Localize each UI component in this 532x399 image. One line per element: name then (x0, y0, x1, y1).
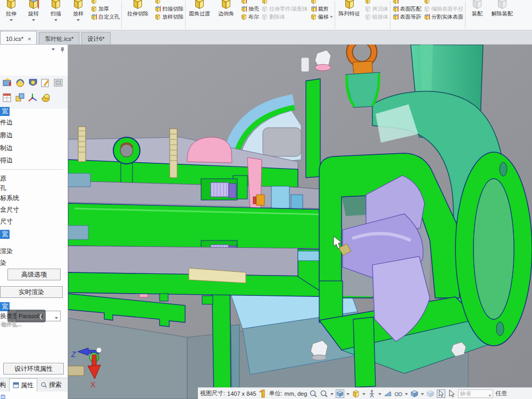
pin-icon[interactable] (59, 47, 65, 53)
tree-item[interactable]: 渲染 (0, 247, 13, 256)
chevron-down-icon[interactable] (378, 393, 381, 395)
loft-cut-button[interactable]: 放样切除 (154, 13, 184, 21)
offset-button[interactable]: 偏移 (310, 13, 333, 21)
walkthrough-icon[interactable] (368, 389, 376, 398)
revolve-button[interactable]: 旋转 (23, 0, 44, 30)
shell-button[interactable]: 抽壳 (240, 5, 259, 13)
chevron-down-icon (330, 16, 333, 18)
loft-button[interactable]: 放样 (68, 0, 89, 30)
suction-flange[interactable] (455, 152, 532, 346)
thicken-button[interactable]: 加厚 (90, 5, 120, 13)
tool-icon-1[interactable] (2, 78, 13, 88)
zoom-in-icon[interactable] (309, 389, 318, 398)
tree-item[interactable]: 标系统 (0, 194, 19, 203)
unit-value: mm, deg (285, 390, 307, 397)
tree-item[interactable]: 件边 (0, 118, 13, 127)
chevron-down-icon[interactable] (405, 393, 408, 395)
stereo-glasses-icon[interactable] (394, 389, 403, 398)
chevron-down-icon (54, 19, 57, 21)
properties-tab[interactable]: 属性 (9, 378, 37, 392)
clipped-tab[interactable]: 构 (0, 378, 9, 392)
filter-preset-select[interactable]: 缺省 (458, 389, 493, 398)
split-surface-button[interactable]: 分割实体表面 (423, 13, 463, 21)
chevron-down-icon[interactable] (330, 393, 334, 395)
extrude-part-button[interactable]: 拉伸零件/装配体 (261, 5, 308, 13)
watermark-link[interactable]: m (1, 393, 5, 399)
edit-surface-radius-button[interactable]: 编辑表面半径 (423, 5, 463, 13)
tool-icon-4[interactable] (40, 78, 51, 88)
link-body-button[interactable]: 链接体 (364, 13, 388, 21)
tool-icon-5[interactable] (53, 78, 64, 88)
ruler-icon[interactable] (259, 389, 267, 398)
boolean-button[interactable]: 布尔 (240, 13, 259, 21)
realtime-render-button[interactable]: 实时渲染 (0, 286, 63, 298)
clipped-tool-row[interactable] (364, 0, 388, 5)
select-cursor-icon[interactable] (437, 389, 445, 398)
chevron-down-icon[interactable] (346, 393, 350, 395)
ribbon-group-pattern: 阵列特征 拷贝体 链接体 (336, 0, 389, 30)
tool-icon-6[interactable] (2, 93, 13, 103)
advanced-options-button[interactable]: 高级选项 (7, 269, 61, 280)
chevron-down-icon (10, 19, 13, 21)
loft-cut-icon (154, 13, 161, 20)
view-orientation-icon[interactable] (336, 389, 344, 398)
copy-body-button[interactable]: 拷贝体 (364, 5, 388, 13)
fillet-button[interactable]: 圆角过渡 (187, 0, 212, 30)
search-tab[interactable]: 搜索 (37, 378, 65, 392)
pattern-features-button[interactable]: 阵列特征 (336, 0, 363, 30)
tree-item[interactable]: 廓边 (0, 131, 13, 140)
tab-pump-impeller[interactable]: 泵叶轮.ics* (39, 32, 79, 44)
delete-body-button[interactable]: 删除体 (261, 13, 308, 21)
pattern-features-icon (343, 0, 356, 10)
surface-offset-button[interactable]: 表面等距 (392, 13, 421, 21)
tree-item[interactable]: 染 (0, 259, 6, 268)
tree-item[interactable]: 制边 (0, 144, 13, 153)
axes-triad-icon[interactable] (28, 93, 38, 103)
clipped-tool-row[interactable] (90, 0, 120, 5)
ribbon-separator (465, 1, 466, 29)
panel-chevron-down-icon[interactable] (52, 48, 55, 51)
surface-match-button[interactable]: 表面匹配 (392, 5, 421, 13)
display-style-icon[interactable] (410, 389, 419, 398)
close-icon[interactable]: × (28, 36, 31, 42)
tool-icon-7[interactable] (15, 93, 26, 103)
tool-icon-2[interactable] (15, 78, 26, 88)
chevron-down-icon[interactable] (421, 393, 424, 395)
render-mode-icon[interactable] (352, 389, 360, 398)
tool-icon-3[interactable] (28, 78, 38, 88)
extrude-button[interactable]: 拉伸 (1, 0, 22, 30)
tree-item[interactable]: 宽 (0, 107, 10, 116)
sweep-cut-button[interactable]: 扫描切除 (154, 5, 184, 13)
tree-item[interactable]: 得边 (0, 156, 13, 165)
trim-button[interactable]: 裁剪 (310, 5, 333, 13)
chevron-down-icon (32, 19, 35, 21)
pick-cursor-icon[interactable] (447, 389, 456, 398)
extrude-cut-button[interactable]: 拉伸切除 (123, 0, 153, 30)
snap-mode-label[interactable]: 任意 (495, 389, 507, 397)
chamfer-button[interactable]: 边倒角 (213, 0, 239, 30)
tool-icon-8[interactable] (40, 93, 51, 103)
chevron-down-icon[interactable] (362, 393, 365, 395)
3d-viewport[interactable]: Z X (68, 45, 532, 399)
section-wedge-icon[interactable] (384, 389, 392, 398)
custom-hole-button[interactable]: 自定义孔 (90, 13, 120, 21)
tab-10ics[interactable]: 10.ics*× (0, 31, 37, 44)
tree-item[interactable]: 孔 (0, 184, 6, 193)
tree-item[interactable]: 尺寸 (0, 217, 13, 226)
clipped-tool-row[interactable] (310, 0, 333, 5)
clipped-tool-row[interactable] (154, 0, 184, 5)
sweep-cut-icon (154, 5, 161, 12)
disassemble-button[interactable]: 解除装配 (489, 0, 516, 30)
clipped-tool-row[interactable] (240, 0, 259, 5)
tree-item[interactable]: 原 (0, 174, 6, 183)
ribbon-separator (121, 1, 122, 29)
zoom-mode-icon[interactable] (320, 389, 328, 398)
tree-item[interactable]: 盒尺寸 (0, 205, 19, 214)
sweep-button[interactable]: 扫描 (45, 0, 66, 30)
design-env-properties-button[interactable]: 设计环境属性 (3, 363, 64, 375)
tab-design6[interactable]: 设计6* (81, 32, 110, 44)
tree-item[interactable]: 宽 (0, 230, 10, 239)
copy-body-icon (364, 5, 371, 12)
assemble-button[interactable]: 装配 (467, 0, 488, 30)
clipped-tool-row[interactable] (392, 0, 421, 5)
